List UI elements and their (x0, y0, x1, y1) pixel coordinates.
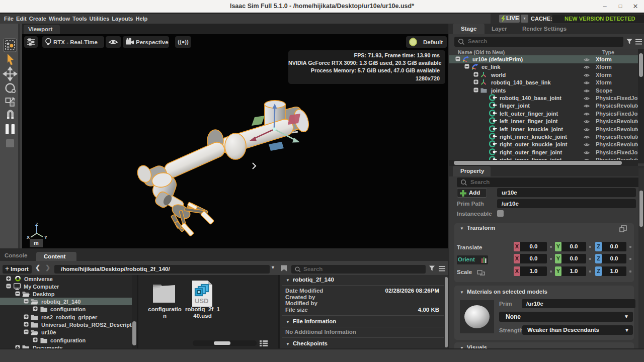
svg-text:Z: Z (35, 222, 38, 227)
svg-text:USD: USD (195, 297, 208, 305)
svg-text:Y: Y (44, 235, 47, 239)
